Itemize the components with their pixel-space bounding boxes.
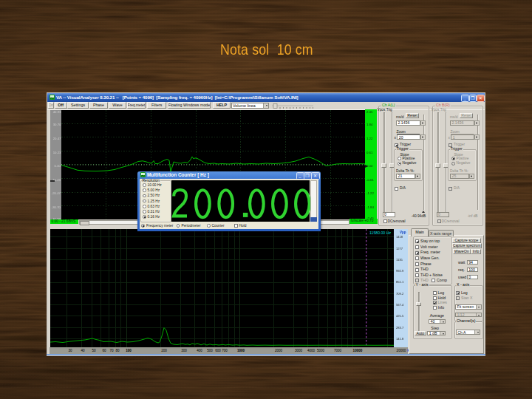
svg-text:11580.00 Hz: 11580.00 Hz [369, 231, 391, 235]
